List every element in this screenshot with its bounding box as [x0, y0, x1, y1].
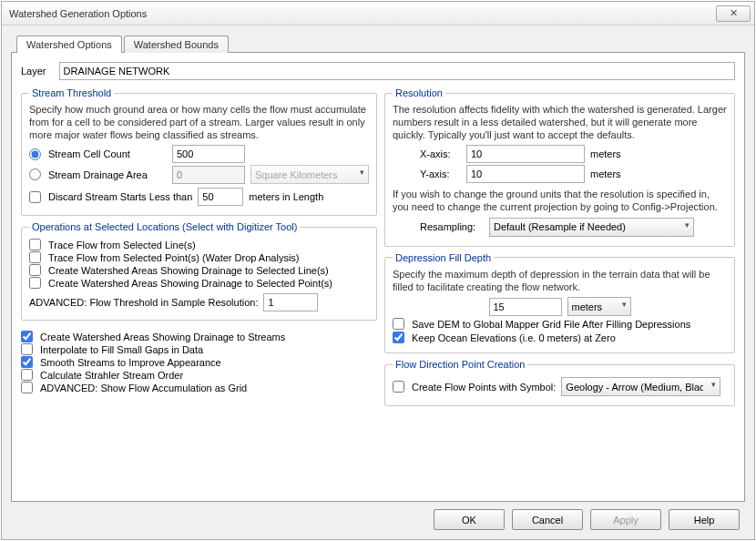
label-interpolate-gaps: Interpolate to Fill Small Gaps in Data [40, 344, 203, 355]
resampling-label: Resampling: [420, 221, 484, 232]
operations-legend: Operations at Selected Locations (Select… [29, 221, 300, 232]
check-watershed-to-points[interactable] [29, 277, 41, 289]
apply-button[interactable]: Apply [590, 509, 661, 530]
x-axis-label: X-axis: [420, 148, 461, 159]
advanced-flow-threshold-input[interactable] [263, 293, 318, 311]
check-trace-flow-points[interactable] [29, 251, 41, 263]
drainage-area-units-select[interactable]: Square Kilometers [250, 165, 369, 184]
left-column: Stream Threshold Specify how much ground… [21, 87, 377, 406]
label-watershed-to-points: Create Watershed Areas Showing Drainage … [48, 278, 332, 289]
flow-symbol-select[interactable]: Geology - Arrow (Medium, Black) [561, 377, 720, 396]
dialog-body: Watershed Options Watershed Bounds Layer… [2, 26, 754, 539]
title-bar: Watershed Generation Options ✕ [2, 2, 754, 26]
tab-panel: Layer Stream Threshold Specify how much … [11, 52, 745, 502]
tab-watershed-bounds[interactable]: Watershed Bounds [124, 36, 229, 53]
close-icon: ✕ [730, 7, 738, 19]
check-strahler-order[interactable] [21, 369, 33, 381]
layer-input[interactable] [59, 62, 735, 80]
check-create-watershed-streams[interactable] [21, 331, 33, 342]
stream-drainage-area-label: Stream Drainage Area [48, 169, 167, 180]
x-axis-input[interactable] [466, 145, 585, 163]
right-column: Resolution The resolution affects fideli… [384, 87, 735, 406]
stream-cell-count-label: Stream Cell Count [48, 148, 167, 159]
resolution-note: If you wish to change the ground units t… [393, 189, 727, 214]
operations-group: Operations at Selected Locations (Select… [21, 221, 377, 321]
resolution-legend: Resolution [393, 87, 445, 98]
check-trace-flow-lines[interactable] [29, 239, 41, 250]
discard-label-a: Discard Stream Starts Less than [48, 191, 192, 202]
check-show-flow-accum[interactable] [21, 382, 33, 393]
help-button[interactable]: Help [669, 509, 740, 530]
tab-row: Watershed Options Watershed Bounds [16, 35, 745, 52]
depression-group: Depression Fill Depth Specify the maximu… [384, 252, 735, 354]
x-axis-units: meters [590, 148, 621, 159]
depression-depth-input[interactable] [489, 298, 562, 316]
button-bar: OK Cancel Apply Help [11, 502, 745, 534]
label-smooth-streams: Smooth Streams to Improve Appearance [40, 357, 221, 368]
stream-threshold-legend: Stream Threshold [29, 87, 114, 98]
check-save-dem[interactable] [393, 318, 404, 330]
ok-button[interactable]: OK [434, 509, 505, 530]
label-trace-flow-points: Trace Flow from Selected Point(s) (Water… [48, 252, 299, 263]
discard-length-input[interactable] [198, 188, 243, 206]
check-discard-stream-starts[interactable] [29, 191, 41, 203]
check-smooth-streams[interactable] [21, 356, 33, 368]
check-create-flow-points[interactable] [393, 381, 404, 393]
layer-label: Layer [21, 66, 46, 77]
tab-watershed-options[interactable]: Watershed Options [16, 36, 122, 53]
flow-direction-group: Flow Direction Point Creation Create Flo… [384, 359, 735, 406]
stream-threshold-desc: Specify how much ground area or how many… [29, 104, 369, 141]
flow-direction-legend: Flow Direction Point Creation [393, 359, 527, 370]
layer-row: Layer [21, 62, 735, 80]
label-save-dem: Save DEM to Global Mapper Grid File Afte… [412, 319, 690, 330]
y-axis-units: meters [590, 168, 621, 179]
resolution-group: Resolution The resolution affects fideli… [384, 87, 735, 247]
label-show-flow-accum: ADVANCED: Show Flow Accumulation as Grid [40, 383, 247, 393]
radio-stream-cell-count[interactable] [29, 148, 41, 160]
check-keep-ocean[interactable] [393, 332, 404, 343]
columns: Stream Threshold Specify how much ground… [21, 87, 735, 406]
dialog-window: Watershed Generation Options ✕ Watershed… [1, 1, 755, 540]
radio-stream-drainage-area[interactable] [29, 168, 41, 180]
tab-host: Watershed Options Watershed Bounds Layer… [11, 35, 745, 502]
discard-label-b: meters in Length [249, 191, 323, 202]
resolution-desc: The resolution affects fidelity with whi… [393, 104, 727, 141]
stream-cell-count-input[interactable] [172, 145, 245, 163]
label-keep-ocean: Keep Ocean Elevations (i.e. 0 meters) at… [412, 332, 616, 343]
cancel-button[interactable]: Cancel [512, 509, 583, 530]
label-create-watershed-streams: Create Watershed Areas Showing Drainage … [40, 332, 285, 342]
label-watershed-to-lines: Create Watershed Areas Showing Drainage … [48, 265, 329, 276]
label-trace-flow-lines: Trace Flow from Selected Line(s) [48, 240, 196, 250]
close-button[interactable]: ✕ [716, 5, 751, 22]
y-axis-label: Y-axis: [420, 168, 461, 179]
window-title: Watershed Generation Options [9, 8, 716, 19]
depression-desc: Specify the maximum depth of depression … [393, 269, 727, 294]
depression-units-select[interactable]: meters [567, 297, 631, 316]
depression-legend: Depression Fill Depth [393, 252, 494, 263]
global-options-list: Create Watershed Areas Showing Drainage … [21, 330, 377, 394]
y-axis-input[interactable] [466, 165, 585, 183]
resampling-select[interactable]: Default (Resample if Needed) [489, 218, 694, 237]
stream-threshold-group: Stream Threshold Specify how much ground… [21, 87, 377, 216]
check-watershed-to-lines[interactable] [29, 264, 41, 276]
label-create-flow-points: Create Flow Points with Symbol: [412, 382, 556, 393]
stream-drainage-area-input[interactable] [172, 166, 245, 184]
advanced-flow-threshold-label: ADVANCED: Flow Threshold in Sample Resol… [29, 297, 258, 308]
label-strahler-order: Calculate Strahler Stream Order [40, 370, 183, 381]
check-interpolate-gaps[interactable] [21, 343, 33, 355]
